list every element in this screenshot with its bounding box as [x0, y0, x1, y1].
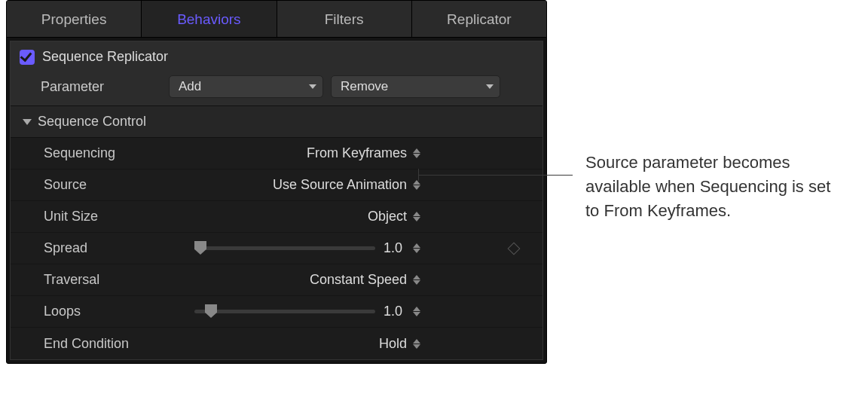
parameter-row: Parameter Add Remove: [11, 71, 542, 106]
sequencing-popup-stepper[interactable]: [413, 148, 420, 158]
spread-label: Spread: [44, 240, 194, 256]
source-label: Source: [44, 177, 194, 193]
tab-replicator[interactable]: Replicator: [412, 1, 546, 37]
sequencing-value[interactable]: From Keyframes: [307, 145, 407, 161]
spread-keyframe-icon[interactable]: [508, 242, 521, 255]
traversal-value[interactable]: Constant Speed: [310, 272, 407, 288]
enable-checkbox[interactable]: [20, 50, 35, 65]
unit-size-label: Unit Size: [44, 209, 194, 224]
loops-label: Loops: [44, 304, 194, 319]
section-header[interactable]: Sequence Control: [11, 106, 542, 138]
end-condition-value[interactable]: Hold: [379, 336, 407, 352]
property-list: Sequencing From Keyframes Source Use Sou…: [11, 138, 542, 359]
parameter-remove-dropdown[interactable]: Remove: [331, 75, 500, 98]
end-condition-popup-stepper[interactable]: [413, 339, 420, 349]
callout-text: Source parameter becomes available when …: [585, 151, 842, 223]
loops-slider[interactable]: [194, 310, 375, 313]
traversal-label: Traversal: [44, 272, 194, 288]
parameter-remove-label: Remove: [341, 79, 388, 94]
parameter-add-label: Add: [179, 79, 201, 94]
spread-slider-thumb[interactable]: [194, 241, 206, 255]
source-popup-stepper[interactable]: [413, 180, 420, 190]
sequencing-label: Sequencing: [44, 145, 194, 161]
spread-slider[interactable]: [194, 246, 375, 250]
chevron-down-icon: [309, 84, 316, 89]
behavior-header: Sequence Replicator: [11, 41, 542, 71]
loops-stepper[interactable]: [413, 307, 420, 316]
row-unit-size: Unit Size Object: [11, 201, 542, 233]
row-sequencing: Sequencing From Keyframes: [11, 138, 542, 169]
row-traversal: Traversal Constant Speed: [11, 264, 542, 296]
row-loops: Loops 1.0: [11, 296, 542, 328]
disclosure-triangle-icon[interactable]: [23, 119, 32, 125]
tab-behaviors[interactable]: Behaviors: [142, 1, 277, 37]
chevron-down-icon: [486, 84, 494, 89]
inspector-panel: Properties Behaviors Filters Replicator …: [6, 0, 547, 364]
behavior-title: Sequence Replicator: [42, 49, 168, 65]
section-title: Sequence Control: [38, 114, 146, 130]
traversal-popup-stepper[interactable]: [413, 275, 420, 285]
parameter-add-dropdown[interactable]: Add: [169, 75, 323, 98]
tab-filters[interactable]: Filters: [277, 1, 412, 37]
loops-value[interactable]: 1.0: [372, 304, 402, 319]
parameter-label: Parameter: [41, 79, 161, 95]
row-end-condition: End Condition Hold: [11, 328, 542, 359]
callout-leader-line: [418, 175, 573, 176]
end-condition-label: End Condition: [44, 336, 194, 352]
source-value[interactable]: Use Source Animation: [273, 177, 407, 193]
inspector-tabs: Properties Behaviors Filters Replicator: [7, 1, 546, 38]
unit-size-value[interactable]: Object: [368, 209, 407, 224]
row-spread: Spread 1.0: [11, 233, 542, 264]
loops-slider-thumb[interactable]: [205, 304, 217, 318]
spread-stepper[interactable]: [413, 243, 420, 253]
tab-properties[interactable]: Properties: [7, 1, 142, 37]
unit-size-popup-stepper[interactable]: [413, 212, 420, 221]
spread-value[interactable]: 1.0: [372, 240, 402, 256]
